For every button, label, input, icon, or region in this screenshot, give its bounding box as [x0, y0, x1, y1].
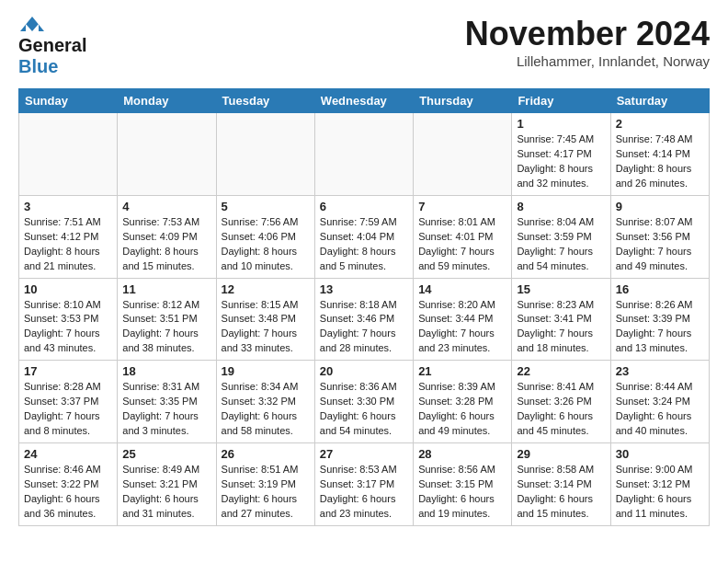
location: Lillehammer, Innlandet, Norway: [465, 53, 710, 69]
calendar-cell: 7Sunrise: 8:01 AM Sunset: 4:01 PM Daylig…: [414, 195, 512, 278]
day-number: 6: [320, 200, 408, 213]
day-number: 1: [517, 117, 605, 131]
weekday-header-row: SundayMondayTuesdayWednesdayThursdayFrid…: [19, 89, 710, 113]
day-info: Sunrise: 8:04 AM Sunset: 3:59 PM Dayligh…: [517, 215, 605, 274]
day-info: Sunrise: 8:46 AM Sunset: 3:22 PM Dayligh…: [24, 463, 112, 522]
day-info: Sunrise: 8:10 AM Sunset: 3:53 PM Dayligh…: [24, 298, 112, 357]
calendar-cell: 8Sunrise: 8:04 AM Sunset: 3:59 PM Daylig…: [512, 195, 610, 278]
day-number: 25: [122, 447, 210, 461]
day-info: Sunrise: 7:48 AM Sunset: 4:14 PM Dayligh…: [616, 132, 704, 191]
day-number: 12: [222, 282, 310, 296]
day-number: 10: [24, 282, 112, 296]
day-number: 21: [418, 364, 506, 378]
calendar-cell: 13Sunrise: 8:18 AM Sunset: 3:46 PM Dayli…: [314, 278, 413, 361]
calendar-cell: 20Sunrise: 8:36 AM Sunset: 3:30 PM Dayli…: [314, 361, 413, 443]
calendar-cell: 15Sunrise: 8:23 AM Sunset: 3:41 PM Dayli…: [512, 278, 610, 361]
day-number: 18: [122, 364, 210, 378]
calendar-week-0: 1Sunrise: 7:45 AM Sunset: 4:17 PM Daylig…: [19, 113, 710, 196]
calendar-cell: 23Sunrise: 8:44 AM Sunset: 3:24 PM Dayli…: [610, 361, 709, 443]
day-number: 5: [222, 200, 310, 213]
weekday-header-tuesday: Tuesday: [216, 89, 314, 113]
calendar-cell: 18Sunrise: 8:31 AM Sunset: 3:35 PM Dayli…: [118, 361, 216, 443]
day-number: 28: [418, 447, 506, 461]
calendar-week-4: 24Sunrise: 8:46 AM Sunset: 3:22 PM Dayli…: [19, 443, 710, 526]
calendar-cell: 2Sunrise: 7:48 AM Sunset: 4:14 PM Daylig…: [610, 113, 709, 196]
calendar-cell: 27Sunrise: 8:53 AM Sunset: 3:17 PM Dayli…: [314, 443, 413, 526]
day-number: 24: [24, 447, 112, 461]
calendar-cell: 5Sunrise: 7:56 AM Sunset: 4:06 PM Daylig…: [216, 195, 314, 278]
logo-general: General: [18, 35, 86, 56]
calendar-week-2: 10Sunrise: 8:10 AM Sunset: 3:53 PM Dayli…: [19, 278, 710, 361]
day-number: 9: [616, 200, 704, 213]
day-number: 19: [222, 364, 310, 378]
day-number: 11: [122, 282, 210, 296]
header: General Blue November 2024 Lillehammer, …: [18, 15, 710, 77]
calendar-cell: 26Sunrise: 8:51 AM Sunset: 3:19 PM Dayli…: [216, 443, 314, 526]
day-number: 17: [24, 364, 112, 378]
day-info: Sunrise: 8:36 AM Sunset: 3:30 PM Dayligh…: [320, 380, 408, 439]
weekday-header-thursday: Thursday: [414, 89, 512, 113]
calendar-week-3: 17Sunrise: 8:28 AM Sunset: 3:37 PM Dayli…: [19, 361, 710, 443]
day-number: 20: [320, 364, 408, 378]
day-info: Sunrise: 8:23 AM Sunset: 3:41 PM Dayligh…: [517, 298, 605, 357]
calendar-cell: 14Sunrise: 8:20 AM Sunset: 3:44 PM Dayli…: [414, 278, 512, 361]
calendar-week-1: 3Sunrise: 7:51 AM Sunset: 4:12 PM Daylig…: [19, 195, 710, 278]
day-info: Sunrise: 8:07 AM Sunset: 3:56 PM Dayligh…: [616, 215, 704, 274]
logo-icon: [18, 15, 46, 35]
weekday-header-friday: Friday: [512, 89, 610, 113]
day-number: 13: [320, 282, 408, 296]
day-info: Sunrise: 8:44 AM Sunset: 3:24 PM Dayligh…: [616, 380, 704, 439]
calendar-cell: 12Sunrise: 8:15 AM Sunset: 3:48 PM Dayli…: [216, 278, 314, 361]
day-number: 15: [517, 282, 605, 296]
day-info: Sunrise: 8:20 AM Sunset: 3:44 PM Dayligh…: [418, 298, 506, 357]
weekday-header-saturday: Saturday: [610, 89, 709, 113]
day-number: 3: [24, 200, 112, 213]
page: General Blue November 2024 Lillehammer, …: [0, 0, 728, 541]
month-title: November 2024: [465, 15, 710, 53]
calendar-cell: 3Sunrise: 7:51 AM Sunset: 4:12 PM Daylig…: [19, 195, 118, 278]
day-number: 27: [320, 447, 408, 461]
day-info: Sunrise: 8:56 AM Sunset: 3:15 PM Dayligh…: [418, 463, 506, 522]
day-info: Sunrise: 8:01 AM Sunset: 4:01 PM Dayligh…: [418, 215, 506, 274]
weekday-header-sunday: Sunday: [19, 89, 118, 113]
weekday-header-monday: Monday: [118, 89, 216, 113]
calendar-cell: 22Sunrise: 8:41 AM Sunset: 3:26 PM Dayli…: [512, 361, 610, 443]
day-info: Sunrise: 7:53 AM Sunset: 4:09 PM Dayligh…: [122, 215, 210, 274]
day-info: Sunrise: 7:56 AM Sunset: 4:06 PM Dayligh…: [222, 215, 310, 274]
calendar-cell: 24Sunrise: 8:46 AM Sunset: 3:22 PM Dayli…: [19, 443, 118, 526]
day-number: 2: [616, 117, 704, 131]
calendar-cell: 29Sunrise: 8:58 AM Sunset: 3:14 PM Dayli…: [512, 443, 610, 526]
logo-blue: Blue: [18, 56, 58, 76]
day-info: Sunrise: 8:53 AM Sunset: 3:17 PM Dayligh…: [320, 463, 408, 522]
day-info: Sunrise: 8:49 AM Sunset: 3:21 PM Dayligh…: [122, 463, 210, 522]
calendar-cell: 19Sunrise: 8:34 AM Sunset: 3:32 PM Dayli…: [216, 361, 314, 443]
day-number: 8: [517, 200, 605, 213]
day-info: Sunrise: 8:15 AM Sunset: 3:48 PM Dayligh…: [222, 298, 310, 357]
calendar-cell: 28Sunrise: 8:56 AM Sunset: 3:15 PM Dayli…: [414, 443, 512, 526]
day-number: 29: [517, 447, 605, 461]
calendar-cell: 10Sunrise: 8:10 AM Sunset: 3:53 PM Dayli…: [19, 278, 118, 361]
day-info: Sunrise: 8:39 AM Sunset: 3:28 PM Dayligh…: [418, 380, 506, 439]
day-info: Sunrise: 8:28 AM Sunset: 3:37 PM Dayligh…: [24, 380, 112, 439]
svg-marker-0: [20, 17, 44, 31]
title-block: November 2024 Lillehammer, Innlandet, No…: [465, 15, 710, 69]
day-info: Sunrise: 7:45 AM Sunset: 4:17 PM Dayligh…: [517, 132, 605, 191]
logo: General Blue: [18, 15, 86, 77]
day-info: Sunrise: 8:51 AM Sunset: 3:19 PM Dayligh…: [222, 463, 310, 522]
calendar-cell: [216, 113, 314, 196]
day-info: Sunrise: 9:00 AM Sunset: 3:12 PM Dayligh…: [616, 463, 704, 522]
day-number: 16: [616, 282, 704, 296]
calendar-cell: [118, 113, 216, 196]
day-number: 4: [122, 200, 210, 213]
calendar-cell: 25Sunrise: 8:49 AM Sunset: 3:21 PM Dayli…: [118, 443, 216, 526]
day-number: 26: [222, 447, 310, 461]
calendar-cell: [414, 113, 512, 196]
day-info: Sunrise: 8:41 AM Sunset: 3:26 PM Dayligh…: [517, 380, 605, 439]
day-info: Sunrise: 7:59 AM Sunset: 4:04 PM Dayligh…: [320, 215, 408, 274]
calendar-cell: 16Sunrise: 8:26 AM Sunset: 3:39 PM Dayli…: [610, 278, 709, 361]
day-info: Sunrise: 8:31 AM Sunset: 3:35 PM Dayligh…: [122, 380, 210, 439]
calendar-cell: 21Sunrise: 8:39 AM Sunset: 3:28 PM Dayli…: [414, 361, 512, 443]
weekday-header-wednesday: Wednesday: [314, 89, 413, 113]
calendar-cell: 11Sunrise: 8:12 AM Sunset: 3:51 PM Dayli…: [118, 278, 216, 361]
calendar-cell: [19, 113, 118, 196]
